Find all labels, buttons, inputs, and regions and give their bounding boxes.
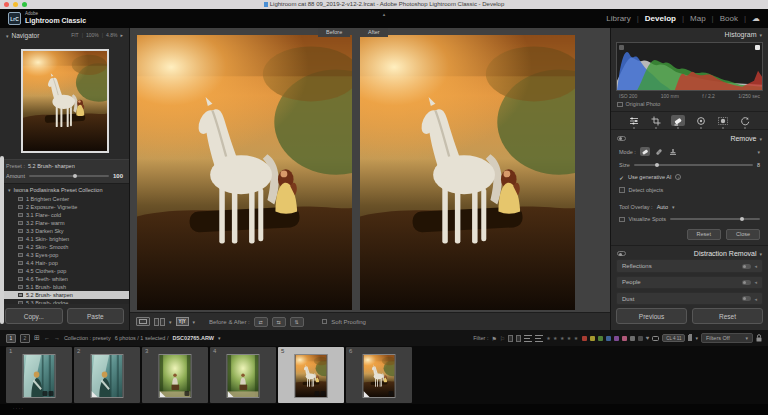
star-rating-filter[interactable]: ★ ★ ★ ★ ★ [546, 335, 578, 341]
back-arrow-icon[interactable] [44, 335, 50, 341]
heal-icon[interactable] [654, 147, 664, 156]
previous-button[interactable]: Previous [616, 308, 687, 324]
dust-row[interactable]: Dust [616, 292, 763, 306]
remove-panel-header[interactable]: Remove [611, 132, 768, 145]
preset-item[interactable]: 5.3 Brush- dodge [0, 299, 129, 305]
reflections-toggle[interactable] [742, 264, 751, 269]
preset-item[interactable]: 3.1 Flare- cold [0, 211, 129, 219]
chevron-down-icon[interactable] [193, 319, 196, 325]
preset-item[interactable]: 3.2 Flare- warm [0, 219, 129, 227]
color-label-none[interactable] [638, 336, 643, 341]
crop-icon[interactable] [649, 115, 663, 126]
zoom-percent-option[interactable]: 4.8% [106, 32, 117, 38]
sync-icon[interactable] [738, 115, 752, 126]
copy-before-to-after-button[interactable]: ⇄ [254, 317, 268, 327]
sort-direction-icon[interactable] [535, 335, 543, 342]
histogram-header[interactable]: Histogram [611, 28, 768, 42]
unflagged-flag-icon[interactable] [500, 335, 505, 342]
sort-icon[interactable] [524, 335, 532, 342]
panel-switch-icon[interactable] [617, 251, 626, 256]
module-map[interactable]: Map [690, 14, 706, 23]
reflections-row[interactable]: Reflections [616, 259, 763, 273]
remove-brush-icon[interactable] [640, 147, 650, 156]
thumbnail-6[interactable]: 6 [346, 347, 412, 403]
info-icon[interactable] [675, 174, 681, 180]
copy-after-to-before-button[interactable]: ⇆ [272, 317, 286, 327]
apply-arrow-icon[interactable] [754, 296, 757, 302]
lock-icon[interactable] [756, 334, 762, 342]
zoom-fit-option[interactable]: FIT [71, 32, 79, 38]
preset-item[interactable]: 2 Exposure- Vignette [0, 203, 129, 211]
apply-arrow-icon[interactable] [754, 263, 757, 269]
thumbnail-1[interactable]: 1 [6, 347, 72, 403]
favorite-filter-icon[interactable] [646, 335, 650, 341]
preset-item[interactable]: 4.3 Eyes-pop [0, 251, 129, 259]
preset-item[interactable]: 1 Brighten Center [0, 195, 129, 203]
module-library[interactable]: Library [606, 14, 630, 23]
soft-proofing-checkbox[interactable] [322, 319, 328, 325]
edit-sliders-icon[interactable] [627, 115, 641, 126]
color-label-red[interactable] [582, 336, 587, 341]
reset-button[interactable]: Reset [692, 308, 763, 324]
preset-item[interactable]: 5.1 Brush- blush [0, 283, 129, 291]
red-eye-icon[interactable] [694, 115, 708, 126]
forward-arrow-icon[interactable] [54, 335, 60, 341]
color-label-gray[interactable] [630, 336, 635, 341]
compare-view-icon[interactable] [154, 318, 165, 326]
filmstrip-source[interactable]: Collection : presety [64, 335, 111, 341]
apply-arrow-icon[interactable] [754, 279, 757, 285]
preset-item[interactable]: 4.5 Clothes- pop [0, 267, 129, 275]
color-label-purple[interactable] [614, 336, 619, 341]
preset-collection-header[interactable]: Iwona Podlasinska Preset Collection [0, 186, 129, 195]
preset-item[interactable]: 4.6 Teeth- whiten [0, 275, 129, 283]
refresh-icon[interactable] [757, 149, 760, 155]
edited-filter-icon[interactable] [516, 335, 521, 342]
copy-button[interactable]: Copy... [5, 308, 63, 324]
main-window-button[interactable]: 1 [6, 334, 16, 343]
color-label-green[interactable] [598, 336, 603, 341]
panel-switch-icon[interactable] [617, 136, 626, 141]
people-row[interactable]: People [616, 276, 763, 290]
comment-filter-icon[interactable] [652, 336, 659, 341]
clone-stamp-icon[interactable] [668, 147, 678, 156]
pick-flag-icon[interactable] [491, 335, 496, 342]
detect-objects-checkbox[interactable] [619, 187, 625, 193]
thumbnail-2[interactable]: 2 [74, 347, 140, 403]
preset-item[interactable]: 3.3 Darken Sky [0, 227, 129, 235]
navigator-preview[interactable] [0, 42, 129, 159]
loupe-view-icon[interactable] [136, 317, 150, 326]
grid-view-icon[interactable] [34, 334, 40, 342]
color-label-yellow[interactable] [590, 336, 595, 341]
thumbnail-5-selected[interactable]: 5 [278, 347, 344, 403]
filters-dropdown[interactable]: Filters Off [701, 333, 753, 343]
painter-icon[interactable] [688, 335, 692, 341]
preset-list-scrollbar[interactable] [0, 156, 4, 324]
histogram-graph[interactable] [616, 42, 763, 92]
cloud-sync-icon[interactable] [752, 14, 760, 23]
thumbnail-4[interactable]: 4 [210, 347, 276, 403]
chevron-down-icon[interactable] [695, 335, 698, 341]
preset-item[interactable]: 4.4 Hair- pop [0, 259, 129, 267]
before-after-view-icon[interactable]: Y|Y [176, 317, 189, 326]
color-label-pink[interactable] [622, 336, 627, 341]
after-image[interactable] [360, 35, 575, 310]
second-window-button[interactable]: 2 [20, 334, 30, 343]
navigator-header[interactable]: Navigator FIT 100% 4.8% [0, 28, 129, 42]
original-photo-checkbox[interactable] [617, 102, 623, 108]
highlight-clipping-icon[interactable] [755, 45, 760, 50]
chevron-down-icon[interactable] [169, 319, 172, 325]
color-label-blue[interactable] [606, 336, 611, 341]
tool-overlay-value[interactable]: Auto [657, 204, 668, 210]
swap-before-after-button[interactable]: ⇅ [290, 317, 304, 327]
before-image[interactable] [137, 35, 352, 310]
remove-tool-icon[interactable] [671, 115, 685, 126]
remove-close-button[interactable]: Close [726, 229, 760, 240]
module-develop[interactable]: Develop [645, 14, 676, 23]
preset-item[interactable]: 4.1 Skin- brighten [0, 235, 129, 243]
visualize-spots-slider[interactable] [670, 218, 760, 220]
zoom-100-option[interactable]: 100% [86, 32, 99, 38]
amount-slider[interactable] [29, 175, 109, 177]
preset-item[interactable]: 4.2 Skin- Smooth [0, 243, 129, 251]
dust-toggle[interactable] [742, 296, 751, 301]
remove-reset-button[interactable]: Reset [687, 229, 721, 240]
